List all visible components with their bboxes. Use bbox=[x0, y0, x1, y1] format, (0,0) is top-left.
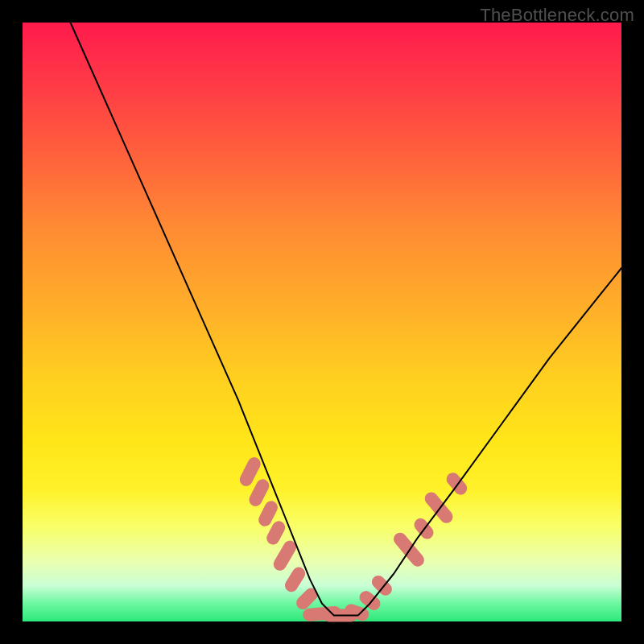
chart-plot-area bbox=[23, 23, 621, 621]
bottleneck-curve bbox=[71, 23, 622, 616]
highlight-capsules bbox=[237, 455, 470, 622]
chart-svg bbox=[23, 23, 621, 621]
chart-frame: TheBottleneck.com bbox=[0, 0, 644, 644]
highlight-capsule bbox=[283, 564, 308, 594]
watermark-text: TheBottleneck.com bbox=[480, 5, 634, 26]
